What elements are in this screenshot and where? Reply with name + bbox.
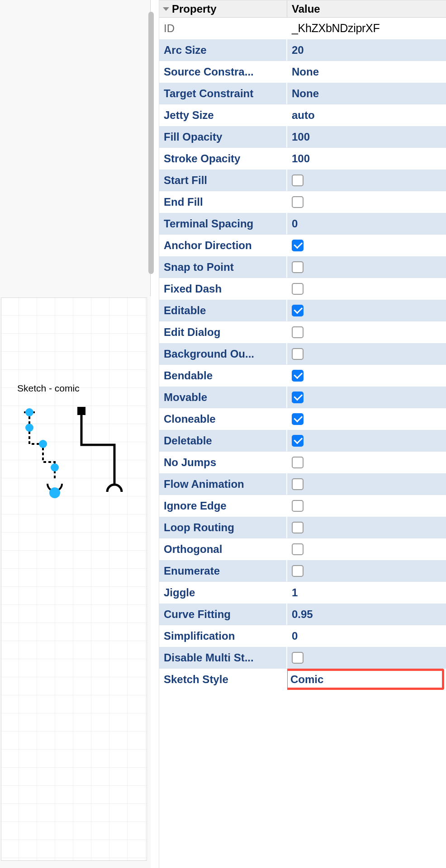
property-name[interactable]: End Fill <box>159 191 287 212</box>
checkbox[interactable] <box>292 652 304 664</box>
highlighted-value[interactable]: Comic <box>287 669 444 690</box>
checkbox[interactable] <box>292 565 304 577</box>
property-name[interactable]: No Jumps <box>159 452 287 473</box>
checkbox[interactable] <box>292 196 304 208</box>
property-value[interactable] <box>287 452 446 473</box>
property-name[interactable]: Cloneable <box>159 408 287 429</box>
property-value[interactable] <box>287 517 446 538</box>
property-value[interactable] <box>287 256 446 278</box>
property-row: Target ConstraintNone <box>159 83 446 104</box>
property-name[interactable]: Ignore Edge <box>159 495 287 516</box>
property-name[interactable]: Fill Opacity <box>159 126 287 147</box>
property-value[interactable]: 0 <box>287 213 446 234</box>
property-value[interactable] <box>287 235 446 256</box>
properties-panel: Property Value ID_KhZXbNDziprXFArc Size2… <box>159 0 446 868</box>
property-name[interactable]: Enumerate <box>159 560 287 581</box>
checkbox[interactable] <box>292 175 304 186</box>
checkbox[interactable] <box>292 413 304 425</box>
property-row: Loop Routing <box>159 517 446 538</box>
property-name[interactable]: Jiggle <box>159 582 287 603</box>
property-value[interactable] <box>287 538 446 560</box>
sketch-drawing <box>15 404 133 513</box>
property-name[interactable]: Start Fill <box>159 170 287 191</box>
column-header-value[interactable]: Value <box>287 3 446 15</box>
property-value[interactable] <box>287 278 446 299</box>
checkbox[interactable] <box>292 392 304 403</box>
property-value[interactable] <box>287 343 446 364</box>
checkbox[interactable] <box>292 240 304 251</box>
property-value[interactable]: 100 <box>287 126 446 147</box>
property-value[interactable] <box>287 387 446 408</box>
checkbox[interactable] <box>292 348 304 360</box>
property-name[interactable]: ID <box>159 18 287 39</box>
property-value[interactable] <box>287 170 446 191</box>
checkbox[interactable] <box>292 478 304 490</box>
property-row: Jiggle1 <box>159 582 446 604</box>
property-name[interactable]: Jetty Size <box>159 104 287 126</box>
property-value[interactable]: None <box>287 61 446 82</box>
property-name[interactable]: Simplification <box>159 625 287 646</box>
property-value[interactable] <box>287 408 446 429</box>
property-name[interactable]: Terminal Spacing <box>159 213 287 234</box>
property-name[interactable]: Arc Size <box>159 39 287 61</box>
property-name[interactable]: Movable <box>159 387 287 408</box>
property-row: Disable Multi St... <box>159 647 446 669</box>
property-value[interactable] <box>287 430 446 451</box>
property-row: Start Fill <box>159 170 446 191</box>
property-name[interactable]: Anchor Direction <box>159 235 287 256</box>
property-value[interactable] <box>287 300 446 321</box>
property-value[interactable]: None <box>287 83 446 104</box>
property-name[interactable]: Disable Multi St... <box>159 647 287 668</box>
property-value[interactable]: 1 <box>287 582 446 603</box>
property-name[interactable]: Source Constra... <box>159 61 287 82</box>
canvas-preview[interactable]: Sketch - comic <box>1 297 147 861</box>
property-row: Movable <box>159 387 446 408</box>
checkbox[interactable] <box>292 457 304 468</box>
property-rows: ID_KhZXbNDziprXFArc Size20Source Constra… <box>159 18 446 690</box>
property-row: Edit Dialog <box>159 321 446 343</box>
property-name[interactable]: Snap to Point <box>159 256 287 278</box>
checkbox[interactable] <box>292 261 304 273</box>
checkbox[interactable] <box>292 326 304 338</box>
checkbox[interactable] <box>292 522 304 533</box>
property-name[interactable]: Editable <box>159 300 287 321</box>
checkbox[interactable] <box>292 435 304 447</box>
property-value[interactable] <box>287 647 446 668</box>
property-row: Terminal Spacing0 <box>159 213 446 235</box>
property-value[interactable]: Comic <box>287 669 446 690</box>
checkbox[interactable] <box>292 305 304 316</box>
property-name[interactable]: Sketch Style <box>159 669 287 690</box>
property-value[interactable]: 100 <box>287 148 446 169</box>
property-value[interactable] <box>287 473 446 495</box>
property-value[interactable]: 0 <box>287 625 446 646</box>
column-header-property[interactable]: Property <box>159 0 287 17</box>
property-name[interactable]: Fixed Dash <box>159 278 287 299</box>
property-value[interactable] <box>287 495 446 516</box>
property-value[interactable]: 20 <box>287 39 446 61</box>
property-value[interactable]: auto <box>287 104 446 126</box>
property-name[interactable]: Target Constraint <box>159 83 287 104</box>
property-row: Arc Size20 <box>159 39 446 61</box>
property-value[interactable] <box>287 560 446 581</box>
property-name[interactable]: Deletable <box>159 430 287 451</box>
checkbox[interactable] <box>292 543 304 555</box>
property-value[interactable] <box>287 321 446 343</box>
checkbox[interactable] <box>292 370 304 382</box>
property-name[interactable]: Flow Animation <box>159 473 287 495</box>
scrollbar[interactable] <box>148 12 154 274</box>
checkbox[interactable] <box>292 283 304 295</box>
property-name[interactable]: Edit Dialog <box>159 321 287 343</box>
property-row: Bendable <box>159 365 446 387</box>
property-name[interactable]: Stroke Opacity <box>159 148 287 169</box>
property-name[interactable]: Bendable <box>159 365 287 386</box>
property-value[interactable]: _KhZXbNDziprXF <box>287 18 446 39</box>
property-name[interactable]: Loop Routing <box>159 517 287 538</box>
property-value[interactable] <box>287 191 446 212</box>
property-name[interactable]: Orthogonal <box>159 538 287 560</box>
property-row: Enumerate <box>159 560 446 582</box>
checkbox[interactable] <box>292 500 304 512</box>
property-name[interactable]: Curve Fitting <box>159 604 287 625</box>
property-value[interactable]: 0.95 <box>287 604 446 625</box>
property-name[interactable]: Background Ou... <box>159 343 287 364</box>
property-value[interactable] <box>287 365 446 386</box>
